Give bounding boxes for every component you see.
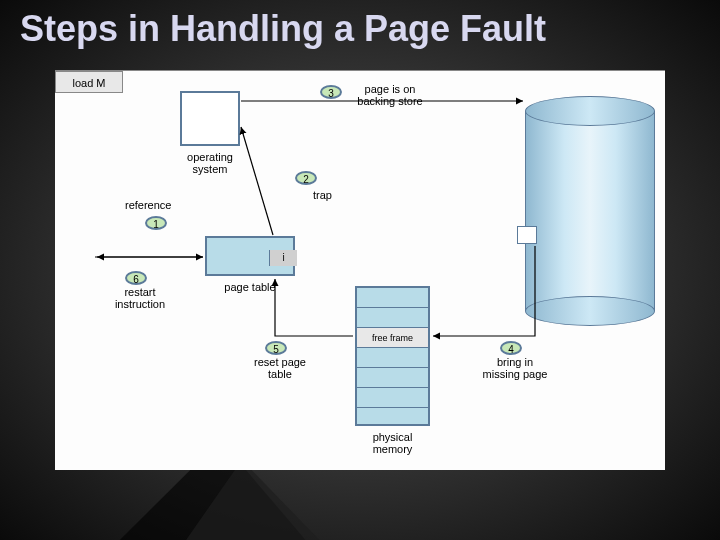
physical-memory-label: physical memory [355, 431, 430, 455]
physical-memory-box: free frame [355, 286, 430, 426]
trap-label: trap [313, 189, 332, 201]
reset-label: reset page table [245, 356, 315, 380]
backing-store-label: page is on backing store [350, 83, 430, 107]
slide-title: Steps in Handling a Page Fault [20, 8, 546, 50]
memory-frame [357, 408, 428, 428]
svg-line-1 [241, 127, 273, 235]
diagram-canvas: operating system load M i page table fre… [55, 70, 665, 470]
memory-frame [357, 388, 428, 408]
reference-label: reference [125, 199, 171, 211]
os-label: operating system [180, 151, 240, 175]
step-2: 2 [295, 171, 317, 185]
invalid-bit-cell: i [269, 250, 297, 266]
page-table-box: i [205, 236, 295, 276]
step-6: 6 [125, 271, 147, 285]
memory-frame [357, 308, 428, 328]
step-3: 3 [320, 85, 342, 99]
memory-frame [357, 348, 428, 368]
backing-store-cylinder [525, 96, 655, 326]
step-4: 4 [500, 341, 522, 355]
free-frame-cell: free frame [357, 328, 428, 348]
disk-page-box [517, 226, 537, 244]
load-m-box: load M [55, 71, 123, 93]
step-1: 1 [145, 216, 167, 230]
bring-in-label: bring in missing page [475, 356, 555, 380]
os-box [180, 91, 240, 146]
step-5: 5 [265, 341, 287, 355]
restart-label: restart instruction [110, 286, 170, 310]
page-table-label: page table [215, 281, 285, 293]
memory-frame [357, 288, 428, 308]
memory-frame [357, 368, 428, 388]
